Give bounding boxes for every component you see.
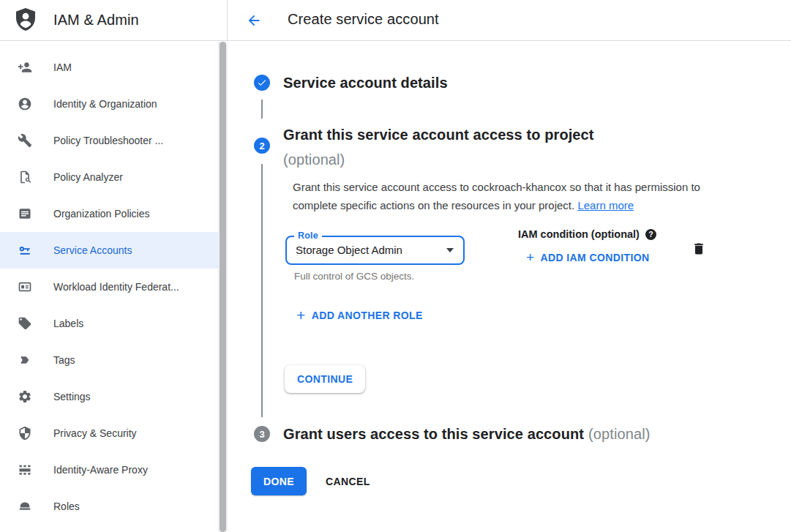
- role-select[interactable]: Role Storage Object Admin: [285, 236, 465, 265]
- sidebar-item-label: Policy Troubleshooter ...: [53, 135, 163, 146]
- sidebar-item-workload-identity-federation[interactable]: Workload Identity Federat...: [0, 269, 219, 305]
- step3-number-badge: 3: [254, 426, 270, 442]
- page-title: Create service account: [288, 11, 439, 28]
- shield-icon: [18, 426, 32, 441]
- add-iam-condition-button[interactable]: + ADD IAM CONDITION: [526, 250, 650, 265]
- sidebar-item-label: Roles: [53, 501, 80, 512]
- sidebar-header: IAM & Admin: [0, 0, 228, 41]
- done-button[interactable]: DONE: [251, 467, 307, 495]
- step2-title-text: Grant this service account access to pro…: [283, 127, 594, 143]
- product-title: IAM & Admin: [53, 12, 139, 29]
- sidebar-item-label: Policy Analyzer: [53, 171, 123, 183]
- back-button[interactable]: [246, 12, 262, 29]
- step2-description: Grant this service account access to coc…: [293, 178, 721, 214]
- step3-title[interactable]: Grant users access to this service accou…: [283, 424, 650, 443]
- stepper-connector: [261, 164, 263, 417]
- document-search-icon: [18, 170, 32, 184]
- topbar: Create service account: [228, 0, 791, 41]
- sidebar-item-label: IAM: [53, 61, 72, 73]
- plus-icon: +: [526, 250, 535, 265]
- sidebar-item-identity-aware-proxy[interactable]: Identity-Aware Proxy: [0, 452, 219, 488]
- label-tag-icon: [18, 316, 32, 331]
- step1-complete-check-icon: [254, 75, 270, 91]
- role-helper-text: Full control of GCS objects.: [294, 271, 414, 282]
- sidebar-scrollbar-thumb[interactable]: [220, 42, 226, 532]
- step3-title-text: Grant users access to this service accou…: [283, 426, 584, 442]
- add-another-role-label: ADD ANOTHER ROLE: [312, 310, 423, 321]
- sidebar-item-label: Workload Identity Federat...: [53, 281, 179, 293]
- trash-icon: [691, 247, 706, 258]
- chevron-down-icon: [446, 248, 454, 252]
- sidebar-item-label: Organization Policies: [53, 208, 150, 220]
- sidebar-item-iam[interactable]: IAM: [0, 49, 219, 86]
- sidebar-item-identity-organization[interactable]: Identity & Organization: [0, 86, 219, 122]
- step2-number-badge: 2: [254, 138, 270, 154]
- continue-button[interactable]: CONTINUE: [285, 365, 365, 393]
- step2-title[interactable]: Grant this service account access to pro…: [283, 122, 594, 172]
- sidebar: IAM & Admin IAM Identity & Organization …: [0, 0, 228, 532]
- id-card-icon: [18, 280, 32, 294]
- sidebar-item-policy-troubleshooter[interactable]: Policy Troubleshooter ...: [0, 122, 219, 159]
- delete-role-button[interactable]: [691, 241, 706, 256]
- sidebar-item-label: Labels: [53, 318, 83, 329]
- person-add-icon: [18, 60, 32, 75]
- learn-more-link[interactable]: Learn more: [577, 199, 634, 211]
- add-iam-condition-label: ADD IAM CONDITION: [541, 252, 650, 263]
- sidebar-item-service-accounts[interactable]: Service Accounts: [0, 232, 219, 269]
- account-circle-icon: [18, 97, 32, 111]
- tag-arrow-icon: [18, 353, 32, 367]
- cancel-button[interactable]: CANCEL: [320, 467, 376, 495]
- sidebar-item-roles[interactable]: Roles: [0, 488, 219, 525]
- sidebar-item-label: Tags: [53, 354, 75, 366]
- wrench-icon: [18, 133, 32, 148]
- step2-description-text: Grant this service account access to coc…: [293, 181, 700, 211]
- help-icon[interactable]: ?: [645, 229, 656, 240]
- sidebar-item-policy-analyzer[interactable]: Policy Analyzer: [0, 159, 219, 195]
- plus-icon: +: [296, 308, 306, 323]
- role-selected-value: Storage Object Admin: [296, 237, 402, 263]
- gear-icon: [18, 389, 32, 404]
- iam-admin-shield-logo-icon: [12, 7, 39, 34]
- sidebar-item-privacy-security[interactable]: Privacy & Security: [0, 415, 219, 452]
- sidebar-item-label: Identity-Aware Proxy: [53, 464, 148, 476]
- sidebar-item-label: Service Accounts: [53, 244, 132, 256]
- step2-optional-label: (optional): [283, 147, 594, 172]
- iam-condition-label-text: IAM condition (optional): [518, 228, 640, 240]
- hat-icon: [18, 499, 32, 514]
- sidebar-item-label: Identity & Organization: [53, 98, 157, 110]
- sidebar-item-tags[interactable]: Tags: [0, 342, 219, 378]
- add-another-role-button[interactable]: + ADD ANOTHER ROLE: [296, 308, 423, 323]
- proxy-icon: [18, 462, 32, 477]
- step3-optional-label: (optional): [588, 426, 650, 442]
- sidebar-item-label: Settings: [53, 391, 91, 402]
- sidebar-item-labels[interactable]: Labels: [0, 305, 219, 342]
- iam-condition-label: IAM condition (optional) ?: [518, 228, 656, 240]
- service-account-key-icon: [18, 243, 32, 258]
- sidebar-item-settings[interactable]: Settings: [0, 378, 219, 415]
- sidebar-item-label: Privacy & Security: [53, 427, 137, 439]
- stepper-connector: [261, 100, 263, 119]
- sidebar-scrollbar-track[interactable]: [218, 42, 228, 532]
- sidebar-nav: IAM Identity & Organization Policy Troub…: [0, 41, 219, 525]
- arrow-back-icon: [246, 20, 262, 31]
- sidebar-item-organization-policies[interactable]: Organization Policies: [0, 195, 219, 232]
- document-lines-icon: [18, 206, 32, 221]
- create-service-account-page: IAM & Admin IAM Identity & Organization …: [0, 0, 791, 532]
- step1-title[interactable]: Service account details: [283, 73, 448, 92]
